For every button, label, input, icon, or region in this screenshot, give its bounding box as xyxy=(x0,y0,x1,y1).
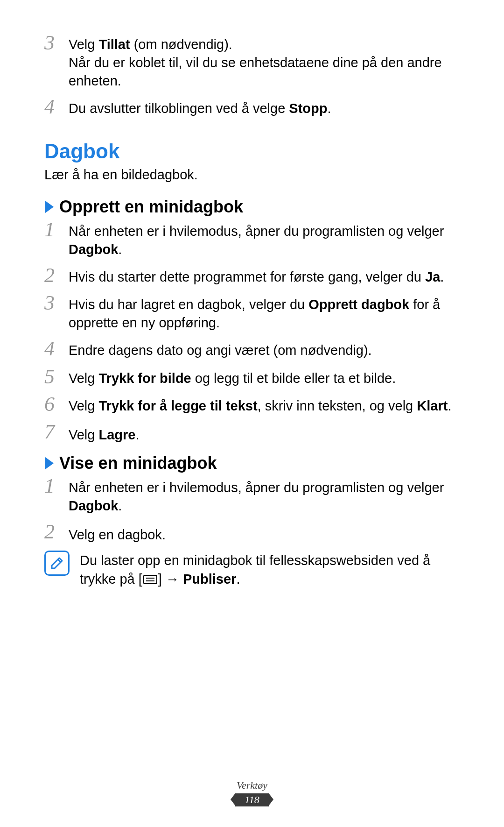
bold: Trykk for å legge til tekst xyxy=(99,398,258,413)
bold: Stopp xyxy=(289,101,327,116)
step-number: 6 xyxy=(44,394,69,415)
step-row: 7 Velg Lagre. xyxy=(44,422,460,444)
page-footer: Verktøy 118 xyxy=(0,779,504,806)
chevron-right-icon xyxy=(44,200,55,214)
text: ] → xyxy=(158,572,183,587)
step-row: 6 Velg Trykk for å legge til tekst, skri… xyxy=(44,394,460,415)
text: Du laster opp en minidagbok til fellessk… xyxy=(80,553,430,586)
subsection-title: Opprett en minidagbok xyxy=(59,197,243,217)
text: Når du er koblet til, vil du se enhetsda… xyxy=(69,55,442,88)
svg-rect-3 xyxy=(144,575,157,584)
text: Hvis du har lagret en dagbok, velger du xyxy=(69,297,308,312)
svg-marker-0 xyxy=(45,201,54,213)
step-number: 4 xyxy=(44,97,69,117)
step-row: 1 Når enheten er i hvilemodus, åpner du … xyxy=(44,476,460,515)
step-row: 3 Hvis du har lagret en dagbok, velger d… xyxy=(44,293,460,332)
step-number: 3 xyxy=(44,33,69,53)
step-row: 2 Hvis du starter dette programmet for f… xyxy=(44,265,460,286)
step-row: 1 Når enheten er i hvilemodus, åpner du … xyxy=(44,219,460,259)
step-row: 3 Velg Tillat (om nødvendig). Når du er … xyxy=(44,33,460,90)
step-text: Velg Tillat (om nødvendig). Når du er ko… xyxy=(69,33,460,90)
step-text: Hvis du har lagret en dagbok, velger du … xyxy=(69,293,460,332)
subsection-title: Vise en minidagbok xyxy=(59,453,217,473)
note-icon xyxy=(44,551,70,576)
text: , skriv inn teksten, og velg xyxy=(258,398,417,413)
step-row: 4 Du avslutter tilkoblingen ved å velge … xyxy=(44,97,460,118)
step-number: 2 xyxy=(44,522,69,542)
text: og legg til et bilde eller ta et bilde. xyxy=(191,371,396,386)
step-number: 7 xyxy=(44,422,69,442)
subsection-heading: Vise en minidagbok xyxy=(44,453,460,473)
text: . xyxy=(440,269,444,284)
chevron-right-icon xyxy=(44,456,55,470)
subsection-heading: Opprett en minidagbok xyxy=(44,197,460,217)
step-number: 2 xyxy=(44,265,69,286)
bold: Dagbok xyxy=(69,242,118,257)
bold: Ja xyxy=(425,269,440,284)
text: Velg xyxy=(69,371,99,386)
step-number: 1 xyxy=(44,219,69,240)
step-text: Velg Trykk for bilde og legg til et bild… xyxy=(69,367,396,388)
text: Når enheten er i hvilemodus, åpner du pr… xyxy=(69,224,444,239)
pencil-icon xyxy=(49,555,65,571)
step-row: 4 Endre dagens dato og angi været (om nø… xyxy=(44,339,460,360)
text: Hvis du starter dette programmet for før… xyxy=(69,269,425,284)
svg-marker-1 xyxy=(45,457,54,469)
bold: Trykk for bilde xyxy=(99,371,191,386)
bold: Opprett dagbok xyxy=(308,297,409,312)
text: . xyxy=(236,572,240,587)
section-subtitle: Lær å ha en bildedagbok. xyxy=(44,166,460,184)
step-text: Når enheten er i hvilemodus, åpner du pr… xyxy=(69,476,460,515)
note-row: Du laster opp en minidagbok til fellessk… xyxy=(44,551,460,589)
page-number: 118 xyxy=(235,793,269,806)
text: . xyxy=(135,427,139,442)
bold: Klart xyxy=(417,398,448,413)
text: Velg xyxy=(69,37,99,52)
step-text: Endre dagens dato og angi været (om nødv… xyxy=(69,339,372,360)
note-text: Du laster opp en minidagbok til fellessk… xyxy=(80,551,460,589)
manual-page: 3 Velg Tillat (om nødvendig). Når du er … xyxy=(0,0,504,827)
step-row: 2 Velg en dagbok. xyxy=(44,522,460,544)
menu-key-icon xyxy=(142,571,158,589)
step-number: 1 xyxy=(44,476,69,496)
bold: Dagbok xyxy=(69,498,118,513)
section-title: Dagbok xyxy=(44,140,460,163)
bold: Tillat xyxy=(99,37,130,52)
text: Når enheten er i hvilemodus, åpner du pr… xyxy=(69,480,444,495)
text: (om nødvendig). xyxy=(130,37,232,52)
step-text: Velg Trykk for å legge til tekst, skriv … xyxy=(69,394,451,415)
text: . xyxy=(448,398,451,413)
step-text: Velg en dagbok. xyxy=(69,522,166,544)
bold: Publiser xyxy=(183,572,236,587)
text: . xyxy=(327,101,331,116)
text: . xyxy=(118,498,122,513)
text: Velg xyxy=(69,427,99,442)
text: . xyxy=(118,242,122,257)
step-text: Når enheten er i hvilemodus, åpner du pr… xyxy=(69,219,460,259)
bold: Lagre xyxy=(99,427,136,442)
step-text: Du avslutter tilkoblingen ved å velge St… xyxy=(69,97,331,118)
step-row: 5 Velg Trykk for bilde og legg til et bi… xyxy=(44,367,460,388)
step-number: 3 xyxy=(44,293,69,313)
footer-section-label: Verktøy xyxy=(0,779,504,792)
step-text: Velg Lagre. xyxy=(69,422,140,444)
step-number: 5 xyxy=(44,367,69,387)
text: Du avslutter tilkoblingen ved å velge xyxy=(69,101,289,116)
step-number: 4 xyxy=(44,339,69,359)
step-text: Hvis du starter dette programmet for før… xyxy=(69,265,444,286)
text: Velg xyxy=(69,398,99,413)
